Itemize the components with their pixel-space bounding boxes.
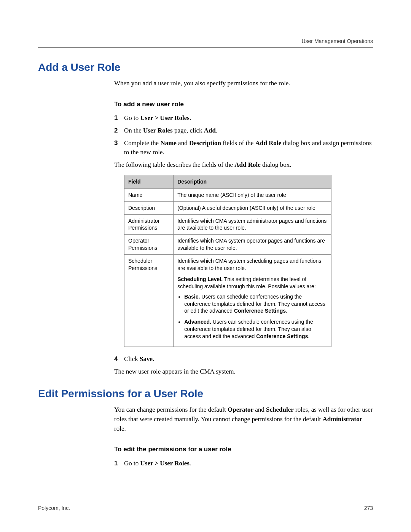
step-text: Complete the Name and Description fields… bbox=[124, 139, 373, 157]
table-row: Administrator Permissions Identifies whi… bbox=[124, 214, 331, 235]
table-row: Description (Optional) A useful descript… bbox=[124, 201, 331, 214]
step4-followup: The new user role appears in the CMA sys… bbox=[114, 367, 373, 377]
step-1: 1 Go to User > User Roles. bbox=[114, 113, 373, 123]
step-number: 2 bbox=[114, 126, 124, 136]
step-2: 2 On the User Roles page, click Add. bbox=[114, 126, 373, 136]
table-header-description: Description bbox=[174, 175, 331, 189]
table-header-row: Field Description bbox=[124, 175, 331, 189]
step-3: 3 Complete the Name and Description fiel… bbox=[114, 139, 373, 157]
section1-intro: When you add a user role, you also speci… bbox=[114, 79, 373, 88]
section2-step-1: 1 Go to User > User Roles. bbox=[114, 459, 373, 468]
footer-company: Polycom, Inc. bbox=[38, 505, 70, 511]
step-text: Go to User > User Roles. bbox=[124, 459, 191, 468]
section-add-user-role-title: Add a User Role bbox=[38, 61, 373, 73]
table-header-field: Field bbox=[124, 175, 174, 189]
section2-intro: You can change permissions for the defau… bbox=[114, 405, 373, 433]
section2-subhead: To edit the permissions for a user role bbox=[114, 445, 373, 454]
list-item: Advanced. Users can schedule conferences… bbox=[184, 318, 327, 340]
page-number: 273 bbox=[364, 505, 373, 511]
step-text: Go to User > User Roles. bbox=[124, 113, 191, 123]
step-number: 1 bbox=[114, 113, 124, 123]
step-number: 3 bbox=[114, 139, 124, 157]
section1-subhead: To add a new user role bbox=[114, 100, 373, 109]
step3-followup: The following table describes the fields… bbox=[114, 160, 373, 170]
page-header-label: User Management Operations bbox=[38, 38, 373, 44]
table-row: Name The unique name (ASCII only) of the… bbox=[124, 189, 331, 201]
step-number: 1 bbox=[114, 459, 124, 468]
step-4: 4 Click Save. bbox=[114, 355, 373, 364]
section-edit-permissions-title: Edit Permissions for a User Role bbox=[38, 388, 373, 400]
add-role-fields-table: Field Description Name The unique name (… bbox=[124, 175, 331, 347]
step-text: On the User Roles page, click Add. bbox=[124, 126, 217, 136]
step-text: Click Save. bbox=[124, 355, 154, 364]
header-rule bbox=[38, 47, 373, 48]
step-number: 4 bbox=[114, 355, 124, 364]
table-row: Operator Permissions Identifies which CM… bbox=[124, 235, 331, 255]
table-row: Scheduler Permissions Identifies which C… bbox=[124, 255, 331, 347]
list-item: Basic. Users can schedule conferences us… bbox=[184, 293, 327, 315]
